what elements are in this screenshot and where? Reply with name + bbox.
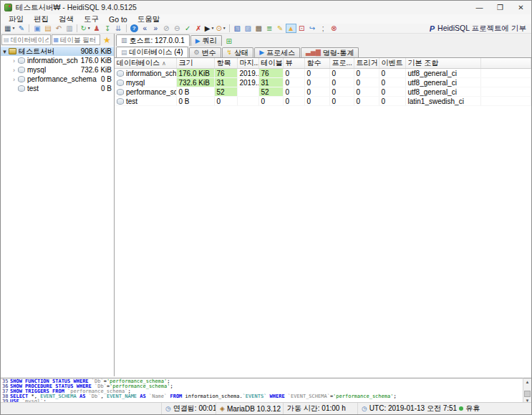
- col-header-size[interactable]: 크기: [176, 58, 214, 69]
- cancel-operation-icon[interactable]: ⊘: [161, 24, 172, 33]
- cell-size[interactable]: 176.0 KiB: [176, 69, 214, 78]
- format-sql-icon[interactable]: ≣: [264, 24, 275, 33]
- refresh-icon[interactable]: ↻▼: [79, 24, 91, 33]
- expander-closed-icon[interactable]: ›: [10, 67, 18, 74]
- tree-item-test[interactable]: test0 B: [1, 84, 114, 93]
- cell-database-name[interactable]: information_schema: [115, 69, 176, 78]
- post-changes-icon[interactable]: ✓: [183, 24, 193, 33]
- cell-collation[interactable]: utf8_general_ci: [405, 78, 480, 87]
- new-connection-icon[interactable]: ✎: [16, 24, 26, 33]
- print-icon[interactable]: ▥: [64, 24, 74, 33]
- remove-row-icon[interactable]: ⊖: [172, 24, 183, 33]
- cell-collation[interactable]: utf8_general_ci: [405, 87, 480, 97]
- cell-triggers[interactable]: 0: [354, 78, 379, 87]
- col-header-functions[interactable]: 함수: [304, 58, 329, 69]
- tab-host[interactable]: ▥호스트: 127.0.0.1: [116, 34, 190, 46]
- undo-icon[interactable]: ↶: [53, 24, 64, 33]
- cell-items[interactable]: 52: [214, 87, 237, 97]
- table-filter-input[interactable]: [60, 36, 98, 44]
- menu-item-help[interactable]: 도움말: [132, 14, 165, 24]
- stop-icon[interactable]: ⊗: [329, 24, 339, 33]
- expander-closed-icon[interactable]: ›: [10, 57, 18, 65]
- db-row-test[interactable]: test0 B0000000latin1_swedish_ci: [115, 97, 531, 106]
- cell-views[interactable]: 0: [283, 69, 304, 78]
- col-header-collation[interactable]: 기본 조합: [405, 58, 480, 69]
- db-row-performance_schema[interactable]: performance_schema0 B525200000utf8_gener…: [115, 87, 531, 97]
- copy-icon[interactable]: ▣: [32, 24, 42, 33]
- tab-command-statistics[interactable]: ▃▅▇명령-통계: [301, 47, 359, 57]
- menu-item-search[interactable]: 검색: [54, 14, 79, 24]
- expander-open-icon[interactable]: ▾: [1, 48, 9, 55]
- save-icon[interactable]: ▧: [232, 24, 243, 33]
- menu-item-file[interactable]: 파일: [4, 14, 29, 24]
- copy-grid-icon[interactable]: ⇊: [113, 24, 124, 33]
- scroll-up-icon[interactable]: ▲: [526, 378, 530, 385]
- tree-item-performance_schema[interactable]: ›performance_schema0 B: [1, 75, 114, 84]
- image-export-icon[interactable]: ▩: [253, 24, 264, 33]
- cell-last-modified[interactable]: 2019...: [237, 69, 258, 78]
- paste-icon[interactable]: ▤: [42, 24, 53, 33]
- cell-items[interactable]: 0: [214, 97, 237, 106]
- cell-views[interactable]: 0: [283, 87, 304, 97]
- cell-triggers[interactable]: 0: [354, 87, 379, 97]
- cell-tables[interactable]: 0: [258, 97, 283, 106]
- tree-item-information_schema[interactable]: ›information_schema176.0 KiB: [1, 56, 114, 65]
- cell-database-name[interactable]: test: [115, 97, 176, 106]
- col-header-views[interactable]: 뷰: [283, 58, 304, 69]
- menu-item-goto[interactable]: Go to: [104, 14, 132, 24]
- cell-functions[interactable]: 0: [304, 78, 329, 87]
- follow-foreign-key-icon[interactable]: ↪: [307, 24, 318, 33]
- favorites-star-icon[interactable]: ★: [101, 34, 113, 45]
- tab-status[interactable]: ↯상태: [222, 47, 254, 57]
- db-row-mysql[interactable]: mysql732.6 KiB312019...3100000utf8_gener…: [115, 78, 531, 87]
- db-row-information_schema[interactable]: information_schema176.0 KiB762019...7600…: [115, 69, 531, 78]
- col-header-events[interactable]: 이벤트: [379, 58, 405, 69]
- col-header-items[interactable]: 항목: [214, 58, 237, 69]
- cell-procedures[interactable]: 0: [329, 97, 354, 106]
- help-icon[interactable]: ?: [129, 24, 140, 33]
- log-scrollbar[interactable]: ▲ ▼: [523, 378, 531, 404]
- cell-triggers[interactable]: 0: [354, 97, 379, 106]
- scroll-track[interactable]: [523, 385, 531, 397]
- last-record-icon[interactable]: »: [150, 24, 161, 33]
- user-manager-icon[interactable]: ♟: [92, 24, 102, 33]
- col-header-tables[interactable]: 테이블: [258, 58, 283, 69]
- cell-events[interactable]: 0: [379, 87, 405, 97]
- tab-databases[interactable]: ▤데이터베이스 (4): [116, 47, 188, 57]
- cell-collation[interactable]: utf8_general_ci: [405, 69, 480, 78]
- cell-functions[interactable]: 0: [304, 87, 329, 97]
- tab-variables[interactable]: ⚙변수: [189, 47, 221, 57]
- donate-link[interactable]: P HeidiSQL 프로젝트에 기부: [430, 24, 528, 34]
- cell-database-name[interactable]: mysql: [115, 78, 176, 87]
- cell-items[interactable]: 31: [214, 78, 237, 87]
- ok-document-icon[interactable]: ⊡: [296, 24, 307, 33]
- menu-item-tools[interactable]: 도구: [79, 14, 104, 24]
- syntax-highlight-icon[interactable]: ▲: [286, 24, 296, 33]
- database-filter-input[interactable]: [11, 36, 49, 44]
- col-header-last-modified[interactable]: 마지...: [237, 58, 258, 69]
- cell-functions[interactable]: 0: [304, 69, 329, 78]
- tab-processes[interactable]: ▶프로세스: [254, 47, 300, 57]
- scroll-thumb[interactable]: [524, 391, 531, 397]
- new-query-tab-button[interactable]: ⊞: [223, 36, 236, 46]
- cell-collation[interactable]: latin1_swedish_ci: [405, 97, 480, 106]
- col-header-triggers[interactable]: 트리거: [354, 58, 379, 69]
- save-as-icon[interactable]: ▨: [243, 24, 253, 33]
- sql-log-pane[interactable]: 35 SHOW FUNCTION STATUS WHERE `Db`='perf…: [1, 378, 531, 404]
- cell-size[interactable]: 732.6 KiB: [176, 78, 214, 87]
- cell-size[interactable]: 0 B: [176, 97, 214, 106]
- tree-item-mysql[interactable]: ›mysql732.6 KiB: [1, 65, 114, 75]
- cell-last-modified[interactable]: 2019...: [237, 78, 258, 87]
- cell-database-name[interactable]: performance_schema: [115, 87, 176, 97]
- first-record-icon[interactable]: «: [140, 24, 150, 33]
- expander-closed-icon[interactable]: ›: [10, 76, 18, 83]
- execute-query-icon[interactable]: ▶▼: [204, 24, 216, 33]
- minimize-button[interactable]: —: [469, 1, 490, 14]
- database-filter-box[interactable]: ▤: [1, 34, 51, 45]
- table-filter-box[interactable]: ▦: [52, 34, 101, 45]
- export-sql-icon[interactable]: ↧: [102, 24, 113, 33]
- cell-tables[interactable]: 76: [258, 69, 283, 78]
- discard-changes-icon[interactable]: ✗: [193, 24, 204, 33]
- cell-views[interactable]: 0: [283, 78, 304, 87]
- cell-tables[interactable]: 31: [258, 78, 283, 87]
